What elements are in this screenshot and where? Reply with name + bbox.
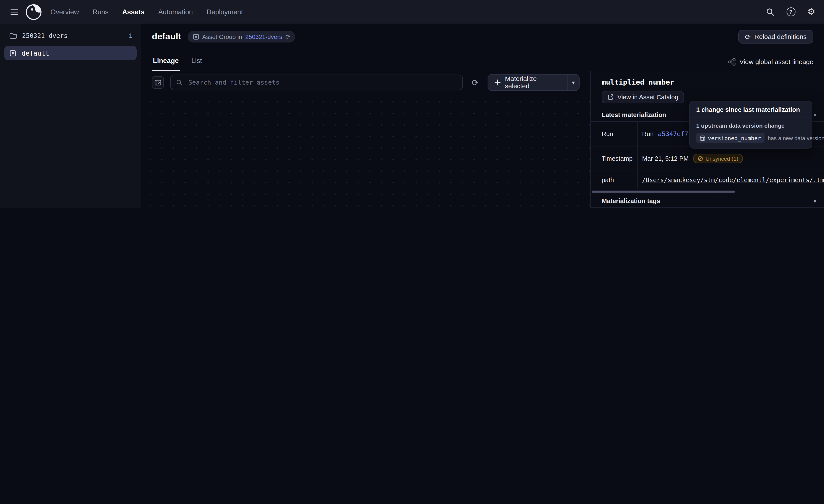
nav-right-icons: ? ⚙ [765,6,817,17]
row-value: Mar 21, 5:12 PM Unsynced (1) [638,146,824,171]
badge-group-link[interactable]: 250321-dvers [245,33,282,40]
top-nav: Overview Runs Assets Automation Deployme… [0,0,824,24]
view-button-label: View in Asset Catalog [617,94,678,101]
page-title: default [152,31,181,42]
popup-title: 1 change since last materialization [690,101,812,118]
tabs-row: Lineage List View global asset lineage [141,50,824,71]
run-value-prefix: Run [642,130,653,138]
main-content: default Asset Group in 250321-dvers ⟳ ⟳ … [141,24,824,208]
unsynced-status-badge: Unsynced (1) [693,154,743,163]
folder-icon [9,32,17,39]
view-global-asset-lineage-link[interactable]: View global asset lineage [728,58,813,71]
nav-item-runs[interactable]: Runs [93,8,109,16]
collapse-panel-icon[interactable] [152,76,164,89]
row-label: Timestamp [591,146,638,171]
caret-down-icon: ▾ [572,79,575,86]
nav-item-deployment[interactable]: Deployment [207,8,243,16]
search-icon [176,79,183,86]
reload-definitions-button[interactable]: ⟳ Reload definitions [738,30,813,43]
row-label: path [591,171,638,189]
horizontal-scrollbar[interactable] [592,191,735,193]
dagster-logo [25,3,42,20]
unsynced-icon [698,156,703,161]
sidebar-group-label: 250321-dvers [22,32,68,39]
lineage-canvas-column: ⟳ Materialize selected ▾ [141,71,590,208]
changes-since-materialization-popup: 1 change since last materialization 1 up… [689,101,812,149]
app-root: Overview Runs Assets Automation Deployme… [0,0,824,208]
nav-item-automation[interactable]: Automation [158,8,193,16]
popup-change-row: versioned_number has a new data version [690,130,812,148]
row-label: Run [591,122,638,146]
sidebar-item-default[interactable]: default [4,46,137,60]
help-icon[interactable]: ? [786,6,796,17]
asset-chip-label: versioned_number [708,135,761,141]
asset-table-icon [700,135,705,140]
asset-chip[interactable]: versioned_number [696,133,765,143]
section-materialization-tags: Materialization tags ▾ [591,195,824,208]
reload-button-label: Reload definitions [754,33,807,40]
popup-subtitle: 1 upstream data version change [690,118,812,130]
view-in-asset-catalog-button[interactable]: View in Asset Catalog [602,91,684,103]
timestamp-value: Mar 21, 5:12 PM [642,155,689,162]
tab-list[interactable]: List [190,57,203,71]
lineage-graph-icon [728,58,736,66]
search-icon[interactable] [765,6,776,17]
asset-group-badge: Asset Group in 250321-dvers ⟳ [188,31,296,42]
sidebar-group-row[interactable]: 250321-dvers 1 [0,24,141,42]
materialization-path-link[interactable]: /Users/smackesey/stm/code/elementl/exper… [642,176,824,183]
refresh-icon[interactable]: ⟳ [469,76,481,89]
row-value: /Users/smackesey/stm/code/elementl/exper… [638,171,824,189]
materialize-dropdown-caret[interactable]: ▾ [567,75,579,91]
search-input[interactable] [187,78,457,87]
page-header: default Asset Group in 250321-dvers ⟳ ⟳ … [141,24,824,50]
menu-icon[interactable] [7,5,21,19]
sync-icon[interactable]: ⟳ [285,34,290,40]
question-mark-glyph: ? [786,7,795,16]
sidebar-group-count: 1 [129,32,132,39]
badge-prefix-text: Asset Group in [202,33,242,40]
tab-lineage[interactable]: Lineage [152,57,180,71]
section-title: Latest materialization [602,111,666,119]
nav-item-assets[interactable]: Assets [122,8,144,16]
global-link-label: View global asset lineage [739,58,813,66]
reload-icon: ⟳ [745,33,751,40]
asset-groups-sidebar: 250321-dvers 1 default 250321-dvers ⟳ [0,24,141,208]
sidebar-item-label: default [22,49,49,57]
materialize-sparkle-icon [495,79,501,86]
detail-asset-title: multiplied_number [602,78,824,86]
chevron-down-icon[interactable]: ▾ [813,111,817,119]
row-timestamp: Timestamp Mar 21, 5:12 PM Unsynced (1) [591,146,824,171]
popup-message: has a new data version [768,135,824,141]
settings-gear-icon[interactable]: ⚙ [806,6,817,17]
materialize-main[interactable]: Materialize selected [488,75,568,91]
lineage-graph-canvas[interactable]: Unsynced (1) versioned_number No descrip… [141,94,590,208]
materialize-label: Materialize selected [505,75,561,90]
external-link-icon [608,94,614,100]
run-id-link[interactable]: a5347ef7 [658,130,688,138]
lineage-toolbar: ⟳ Materialize selected ▾ [141,71,590,94]
asset-search-box [171,75,462,91]
row-path: path /Users/smackesey/stm/code/elementl/… [591,171,824,189]
unsynced-badge-label: Unsynced (1) [706,155,738,161]
section-title: Materialization tags [602,198,660,205]
asset-detail-panel: multiplied_number View in Asset Catalog … [590,71,824,208]
asset-group-icon [193,33,199,40]
chevron-down-icon[interactable]: ▾ [813,198,817,205]
nav-item-overview[interactable]: Overview [50,8,79,16]
primary-nav: Overview Runs Assets Automation Deployme… [50,8,243,16]
materialize-selected-button[interactable]: Materialize selected ▾ [488,74,580,91]
asset-group-icon [9,49,16,56]
edge-arrow [141,94,590,208]
